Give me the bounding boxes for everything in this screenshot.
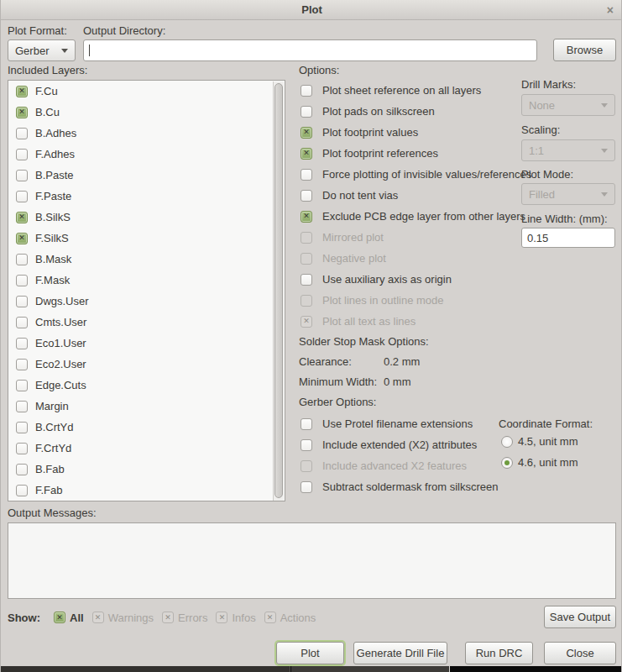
layer-checkbox[interactable] (16, 107, 28, 118)
option-checkbox[interactable] (301, 127, 312, 139)
gerber-checkbox[interactable] (301, 418, 312, 430)
layers-scrollbar[interactable] (273, 81, 284, 501)
layer-row[interactable]: B.Fab (8, 459, 285, 480)
radio-icon[interactable] (501, 457, 513, 469)
layer-row[interactable]: Edge.Cuts (8, 375, 285, 396)
layer-checkbox[interactable] (16, 380, 28, 391)
layer-row[interactable]: B.SilkS (8, 207, 285, 228)
gerber-option-row[interactable]: Use Protel filename extensions (299, 413, 500, 434)
option-row[interactable]: Plot footprint values (299, 122, 521, 143)
gerber-option-row[interactable]: Include extended (X2) attributes (299, 434, 500, 455)
close-button[interactable]: Close (544, 642, 616, 664)
scaling-value: 1:1 (529, 144, 544, 157)
layer-row[interactable]: F.Paste (8, 186, 285, 207)
layer-checkbox[interactable] (16, 401, 28, 412)
layer-row[interactable]: F.SilkS (8, 228, 285, 249)
layer-row[interactable]: Dwgs.User (8, 291, 285, 312)
layer-row[interactable]: Margin (8, 396, 285, 417)
option-row[interactable]: Use auxiliary axis as origin (299, 269, 521, 290)
layer-checkbox[interactable] (16, 317, 28, 328)
option-checkbox[interactable] (301, 106, 312, 118)
layer-row[interactable]: F.CrtYd (8, 438, 285, 459)
option-row[interactable]: Plot footprint references (299, 143, 521, 164)
option-row[interactable]: Exclude PCB edge layer from other layers (299, 206, 521, 227)
show-filter-option: Errors (162, 612, 207, 624)
layer-checkbox[interactable] (16, 275, 28, 286)
layer-checkbox[interactable] (16, 233, 28, 244)
save-output-button[interactable]: Save Output (544, 606, 616, 628)
text-caret (89, 45, 90, 56)
gerber-options-list: Use Protel filename extensions Include e… (299, 413, 500, 497)
gerber-option-label: Include advanced X2 features (322, 459, 467, 472)
plot-format-select[interactable]: Gerber (8, 39, 76, 61)
layer-checkbox[interactable] (16, 359, 28, 370)
option-row[interactable]: Plot pads on silkscreen (299, 101, 521, 122)
option-checkbox[interactable] (301, 169, 312, 181)
layer-checkbox[interactable] (16, 422, 28, 433)
included-layers-list[interactable]: F.Cu B.Cu B.Adhes F.Adhes B.Paste (8, 80, 285, 501)
close-icon[interactable]: × (607, 0, 614, 20)
layer-checkbox[interactable] (16, 128, 28, 139)
plot-button[interactable]: Plot (276, 642, 344, 664)
layer-checkbox[interactable] (16, 170, 28, 181)
option-label: Do not tent vias (322, 189, 398, 202)
layer-row[interactable]: F.Cu (8, 81, 285, 102)
run-drc-button[interactable]: Run DRC (465, 642, 533, 664)
gerber-checkbox[interactable] (301, 481, 312, 493)
titlebar[interactable]: Plot × (1, 0, 622, 20)
layer-checkbox[interactable] (16, 338, 28, 349)
layer-checkbox[interactable] (16, 149, 28, 160)
layer-row[interactable]: Eco1.User (8, 333, 285, 354)
layer-checkbox[interactable] (16, 485, 28, 496)
layer-row[interactable]: F.Fab (8, 480, 285, 501)
layer-checkbox[interactable] (16, 464, 28, 475)
output-directory-input[interactable] (83, 39, 537, 61)
layer-label: F.Mask (35, 274, 70, 286)
scrollbar-thumb[interactable] (274, 83, 283, 498)
layer-label: F.Cu (35, 85, 58, 97)
coordinate-format-option[interactable]: 4.5, unit mm (501, 431, 578, 452)
coordinate-format-label: Coordinate Format: (499, 417, 593, 430)
layer-row[interactable]: F.Adhes (8, 144, 285, 165)
option-label: Plot sheet reference on all layers (322, 84, 481, 97)
layer-row[interactable]: B.Paste (8, 165, 285, 186)
option-checkbox[interactable] (301, 190, 312, 202)
option-row[interactable]: Force plotting of invisible values/refer… (299, 164, 521, 185)
gerber-checkbox[interactable] (301, 439, 312, 451)
layer-row[interactable]: B.Mask (8, 249, 285, 270)
radio-icon[interactable] (501, 436, 513, 448)
layer-row[interactable]: Eco2.User (8, 354, 285, 375)
option-checkbox[interactable] (301, 274, 312, 286)
coordinate-format-option[interactable]: 4.6, unit mm (501, 452, 578, 473)
show-filter-option[interactable]: All (54, 612, 84, 624)
option-label: Force plotting of invisible values/refer… (322, 168, 531, 181)
layer-checkbox[interactable] (16, 296, 28, 307)
layer-checkbox[interactable] (16, 86, 28, 97)
generate-drill-file-button[interactable]: Generate Drill File (353, 642, 447, 664)
layer-row[interactable]: B.Cu (8, 102, 285, 123)
layer-row[interactable]: F.Mask (8, 270, 285, 291)
option-label: Plot footprint references (322, 147, 438, 160)
layer-row[interactable]: B.Adhes (8, 123, 285, 144)
layer-checkbox[interactable] (16, 443, 28, 454)
layer-label: Eco1.User (35, 337, 86, 349)
taskbar-segment (291, 666, 450, 672)
clearance-value: 0.2 mm (384, 355, 420, 368)
line-width-input[interactable] (521, 228, 615, 248)
output-messages-label: Output Messages: (8, 507, 97, 519)
layer-checkbox[interactable] (16, 254, 28, 265)
browse-button[interactable]: Browse (553, 39, 616, 61)
gerber-option-row[interactable]: Subtract soldermask from silkscreen (299, 476, 500, 497)
option-checkbox[interactable] (301, 148, 312, 160)
show-filter-checkbox[interactable] (54, 612, 65, 623)
layer-row[interactable]: Cmts.User (8, 312, 285, 333)
option-row: Negative plot (299, 248, 521, 269)
layer-label: Dwgs.User (35, 295, 89, 307)
layer-checkbox[interactable] (16, 212, 28, 223)
option-row[interactable]: Plot sheet reference on all layers (299, 80, 521, 101)
layer-checkbox[interactable] (16, 191, 28, 202)
option-checkbox[interactable] (301, 85, 312, 97)
option-row[interactable]: Do not tent vias (299, 185, 521, 206)
layer-row[interactable]: B.CrtYd (8, 417, 285, 438)
option-checkbox[interactable] (301, 211, 312, 223)
